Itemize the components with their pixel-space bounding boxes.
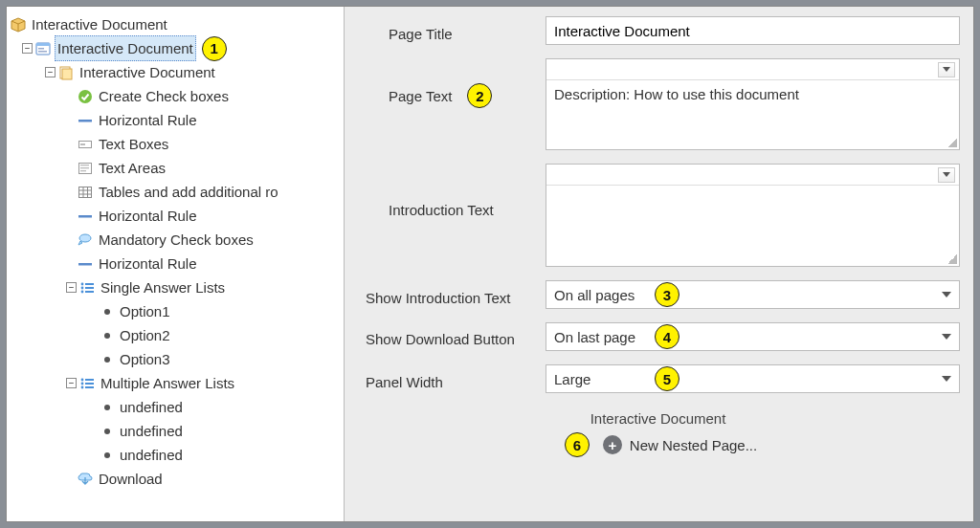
dropdown-icon[interactable] [938, 62, 955, 77]
tree-option[interactable]: Option3 [11, 347, 340, 371]
svg-rect-16 [80, 167, 89, 168]
tree-option[interactable]: undefined [11, 443, 340, 467]
panel-width-select[interactable]: Large [546, 364, 960, 393]
page-text-editor[interactable]: Description: How to use this document [546, 58, 960, 150]
tree-option-label: undefined [118, 395, 185, 419]
row-page-text: Page Text 2 Description: How to use this… [356, 58, 960, 150]
label-page-text: Page Text [389, 88, 452, 104]
row-show-download: Show Download Button On last page 4 [356, 322, 960, 351]
tree-item[interactable]: Horizontal Rule [11, 252, 340, 275]
row-show-intro: Show Introduction Text On all pages 3 [356, 280, 960, 309]
callout-2: 2 [467, 83, 492, 108]
svg-rect-7 [38, 51, 47, 53]
tree-item-label: Horizontal Rule [97, 252, 199, 275]
tree-option[interactable]: Option2 [11, 323, 340, 347]
callout-4: 4 [655, 324, 679, 349]
bullet-icon [104, 452, 110, 458]
tree-item[interactable]: Text Areas [11, 156, 340, 180]
tree-node-download[interactable]: Download [11, 467, 340, 491]
tree-node-multi-list[interactable]: Multiple Answer Lists [11, 371, 340, 395]
dropdown-icon[interactable] [938, 167, 955, 183]
tree-option-label: undefined [118, 419, 185, 443]
svg-rect-9 [62, 69, 72, 79]
tree-item[interactable]: Text Boxes [11, 132, 340, 156]
bullet-icon [104, 309, 110, 315]
chevron-down-icon [942, 292, 951, 297]
tree-option-label: Option3 [118, 347, 172, 371]
tree-item-label: Mandatory Check boxes [97, 228, 256, 252]
tree-option[interactable]: Option1 [11, 299, 340, 323]
tree-item-label: Horizontal Rule [97, 204, 199, 228]
table-icon [78, 185, 93, 200]
tree-item-label: Create Check boxes [97, 84, 231, 108]
callout-3: 3 [655, 282, 679, 307]
svg-rect-37 [85, 386, 94, 388]
row-panel-width: Panel Width Large 5 [356, 364, 960, 393]
row-page-title: Page Title [356, 16, 960, 45]
textbox-icon [78, 137, 93, 152]
svg-rect-23 [78, 215, 92, 218]
show-download-value: On last page [554, 329, 635, 345]
tree-node-level2[interactable]: Interactive Document [11, 60, 340, 84]
callout-6: 6 [565, 432, 590, 457]
svg-rect-11 [78, 120, 92, 122]
tree-root[interactable]: Interactive Document [11, 12, 340, 36]
properties-panel: Page Title Page Text 2 Description: How … [344, 7, 973, 521]
hr-icon [78, 256, 93, 272]
collapse-toggle[interactable] [66, 282, 77, 293]
new-nested-page-button[interactable]: + New Nested Page... [603, 435, 757, 454]
mandatory-icon [78, 232, 93, 248]
intro-text-editor[interactable] [546, 164, 960, 267]
tree-item[interactable]: Horizontal Rule [11, 108, 340, 132]
resize-handle-icon[interactable] [947, 138, 957, 147]
download-icon [78, 472, 93, 487]
tree-node-single-list[interactable]: Single Answer Lists [11, 275, 340, 299]
resize-handle-icon[interactable] [947, 254, 957, 264]
check-icon [78, 89, 93, 104]
svg-rect-15 [80, 165, 89, 165]
tree-item[interactable]: Create Check boxes [11, 84, 340, 108]
tree-node-label: Interactive Document [78, 60, 217, 84]
collapse-toggle[interactable] [22, 43, 33, 54]
page-text-value: Description: How to use this document [554, 86, 799, 102]
tree: Interactive Document Interactive Documen… [11, 12, 340, 491]
footer: Interactive Document 6 + New Nested Page… [356, 410, 960, 457]
package-icon [11, 17, 26, 33]
list-icon [79, 280, 95, 296]
svg-rect-17 [80, 170, 86, 171]
collapse-toggle[interactable] [45, 67, 56, 77]
svg-rect-31 [85, 291, 94, 293]
hr-icon [78, 209, 93, 224]
svg-rect-6 [38, 48, 44, 50]
show-download-select[interactable]: On last page [546, 322, 960, 351]
bullet-icon [104, 405, 110, 410]
tree-item[interactable]: Tables and add additional ro [11, 180, 340, 204]
label-show-download: Show Download Button [356, 325, 546, 348]
svg-rect-5 [36, 43, 50, 46]
tree-item-label: Text Boxes [97, 132, 170, 156]
tree-node-label: Multiple Answer Lists [99, 371, 236, 395]
callout-5: 5 [655, 366, 679, 391]
tree-option-label: undefined [118, 443, 185, 467]
collapse-toggle[interactable] [66, 378, 77, 388]
svg-point-34 [81, 382, 84, 385]
tree-panel: Interactive Document Interactive Documen… [7, 7, 344, 521]
tree-node-selected[interactable]: Interactive Document 1 [11, 36, 340, 60]
panel-width-value: Large [554, 371, 590, 387]
show-intro-select[interactable]: On all pages [546, 280, 960, 309]
page-title-input[interactable] [546, 16, 960, 45]
hr-icon [78, 113, 93, 128]
tree-item[interactable]: Mandatory Check boxes [11, 228, 340, 252]
tree-item-label: Horizontal Rule [97, 108, 199, 132]
footer-title: Interactive Document [356, 410, 960, 427]
row-intro-text: Introduction Text [356, 164, 960, 267]
svg-point-32 [81, 378, 84, 381]
tree-option[interactable]: undefined [11, 419, 340, 443]
document-window-icon [35, 41, 51, 56]
tree-root-label: Interactive Document [30, 12, 169, 36]
textarea-icon [78, 161, 93, 176]
label-intro-text: Introduction Text [356, 164, 546, 218]
tree-option[interactable]: undefined [11, 395, 340, 419]
tree-item[interactable]: Horizontal Rule [11, 204, 340, 228]
tree-item-label: Tables and add additional ro [97, 180, 280, 204]
